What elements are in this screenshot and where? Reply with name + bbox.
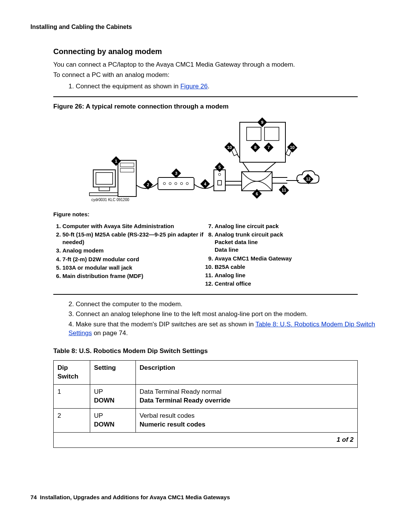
note-item: Avaya CMC1 Media Gateway	[215, 255, 358, 262]
step-2: 2. Connect the computer to the modem.	[68, 300, 381, 309]
svg-rect-23	[264, 127, 279, 141]
running-header: Installing and Cabling the Cabinets	[30, 23, 381, 31]
table-row: 1 UPDOWN Data Terminal Ready normalData …	[54, 385, 358, 409]
table-caption: Table 8: U.S. Robotics Modem Dip Switch …	[53, 347, 358, 356]
diagram: 1 2 3 4 5 6 7 8 9 10 10 11 12 cydr0031 K…	[53, 117, 358, 207]
page-footer: 74 Installation, Upgrades and Additions …	[30, 494, 381, 501]
callout-icon: 4	[200, 179, 210, 189]
svg-text:5: 5	[218, 165, 221, 169]
computer-icon	[89, 160, 136, 197]
figure-notes: Computer with Avaya Site Administration …	[53, 222, 358, 289]
callout-icon: 11	[279, 185, 289, 195]
svg-rect-22	[247, 127, 261, 141]
mdf-icon	[242, 172, 272, 191]
note-item: Analog trunk circuit pack Packet data li…	[215, 231, 358, 254]
svg-text:8: 8	[254, 145, 256, 150]
note-item: Computer with Avaya Site Administration	[62, 222, 206, 230]
svg-rect-6	[120, 168, 134, 172]
figure-notes-title: Figure notes:	[53, 211, 358, 218]
table-row: 2 UPDOWN Verbal result codesNumeric resu…	[54, 408, 358, 432]
divider	[53, 96, 358, 97]
svg-text:2: 2	[147, 182, 149, 187]
walljack-icon	[214, 170, 225, 191]
callout-icon: 3	[171, 169, 181, 178]
figure-link[interactable]: Figure 26	[180, 83, 208, 90]
section-heading: Connecting by analog modem	[53, 46, 381, 57]
note-item: Main distribution frame (MDF)	[62, 272, 206, 280]
svg-text:7: 7	[268, 145, 270, 150]
svg-text:11: 11	[282, 188, 286, 192]
intro-text-2: To connect a PC with an analog modem:	[53, 71, 381, 80]
modem-icon	[158, 177, 194, 190]
step-1: 1. Connect the equipment as shown in Fig…	[68, 82, 381, 91]
svg-text:10: 10	[290, 145, 295, 150]
dip-switch-table: Dip Switch Setting Description 1 UPDOWN …	[53, 360, 358, 448]
note-item: 50-ft (15-m) M25A cable (RS-232—9-25 pin…	[62, 231, 206, 246]
diagram-id: cydr0031 KLC 091200	[91, 198, 129, 202]
th-dip: Dip Switch	[54, 361, 90, 385]
table-pager: 1 of 2	[54, 432, 358, 447]
svg-text:10: 10	[227, 145, 232, 150]
th-setting: Setting	[90, 361, 135, 385]
svg-rect-5	[120, 163, 134, 167]
step-1-pre: 1. Connect the equipment as shown in	[68, 83, 180, 90]
svg-rect-2	[99, 187, 110, 191]
figure-caption: Figure 26: A typical remote connection t…	[53, 102, 358, 111]
svg-text:3: 3	[175, 171, 177, 176]
svg-text:1: 1	[115, 159, 117, 163]
page-number: 74	[30, 494, 37, 500]
intro-text-1: You can connect a PC/laptop to the Avaya…	[53, 61, 381, 69]
note-item: Analog line	[215, 272, 358, 279]
divider	[53, 294, 358, 295]
note-item: B25A cable	[215, 263, 358, 271]
step-1-post: .	[208, 83, 210, 90]
note-item: Analog modem	[62, 247, 206, 254]
note-item: 7-ft (2-m) D2W modular cord	[62, 256, 206, 263]
note-item: 103A or modular wall jack	[62, 264, 206, 272]
svg-text:4: 4	[204, 182, 207, 186]
th-description: Description	[135, 361, 357, 385]
step-3: 3. Connect an analog telephone line to t…	[68, 310, 381, 319]
svg-text:6: 6	[256, 192, 258, 196]
svg-rect-3	[89, 193, 120, 196]
svg-text:9: 9	[261, 120, 263, 125]
step-4: 4. Make sure that the modem's DIP switch…	[68, 320, 381, 338]
note-item: Analog line circuit pack	[215, 222, 358, 230]
note-item: Central office	[215, 280, 358, 288]
svg-rect-1	[96, 173, 113, 184]
svg-rect-14	[218, 181, 221, 185]
gateway-icon	[240, 122, 285, 162]
svg-text:12: 12	[306, 177, 311, 181]
footer-title: Installation, Upgrades and Additions for…	[40, 494, 230, 500]
